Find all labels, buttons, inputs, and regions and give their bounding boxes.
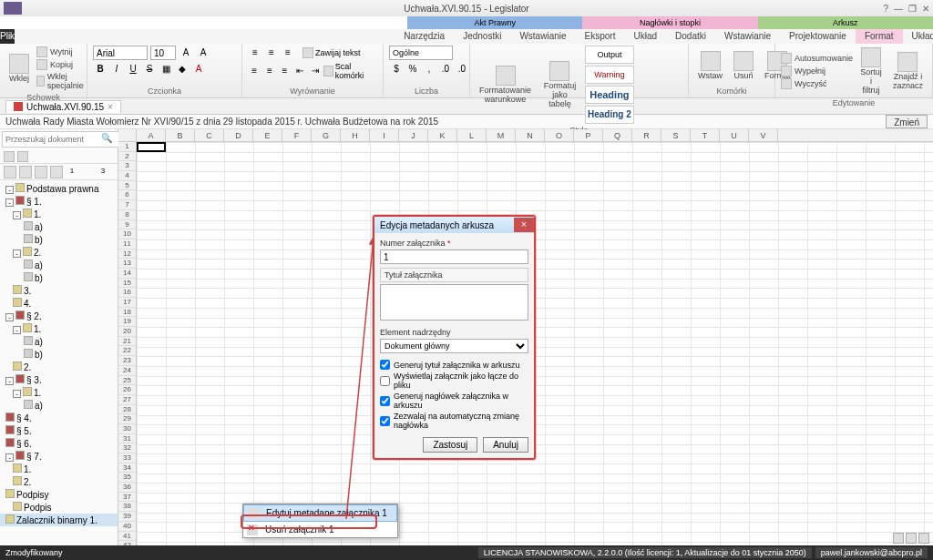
tree-node[interactable]: Podpis	[0, 501, 118, 514]
expand-icon[interactable]: -	[5, 313, 14, 321]
cut-button[interactable]: Wytnij	[36, 46, 87, 58]
fill-color-button[interactable]: ◆	[175, 62, 190, 76]
tree-node[interactable]: b)	[0, 271, 118, 284]
align-top-icon[interactable]: ≡	[248, 46, 262, 60]
col-header-O[interactable]: O	[545, 129, 574, 141]
tree-node[interactable]: b)	[0, 233, 118, 246]
style-heading2[interactable]: Heading 2	[585, 106, 634, 124]
tree-node[interactable]: -§ 2.	[0, 310, 118, 322]
tree-node[interactable]: -§ 7.	[0, 450, 118, 463]
decrease-font-icon[interactable]: A	[196, 46, 210, 60]
font-size-select[interactable]	[150, 46, 176, 60]
tree-tool-4[interactable]	[50, 166, 63, 178]
chk-generuj-naglowek[interactable]: Generuj nagłówek załącznika w arkuszu	[380, 392, 528, 410]
wrap-text-button[interactable]: Zawijaj tekst	[315, 48, 361, 57]
input-numer[interactable]	[380, 249, 528, 264]
row-header-1[interactable]: 1	[118, 142, 136, 152]
expand-icon[interactable]: -	[5, 199, 14, 207]
row-header-13[interactable]: 13	[118, 259, 136, 269]
row-header-6[interactable]: 6	[118, 190, 136, 200]
conditional-format-button[interactable]: Formatowanie warunkowe	[476, 64, 535, 106]
col-header-J[interactable]: J	[399, 129, 428, 141]
row-header-41[interactable]: 41	[118, 532, 136, 542]
row-header-2[interactable]: 2	[118, 152, 136, 162]
indent-dec-icon[interactable]: ⇤	[293, 64, 307, 78]
menu-edit-metadata[interactable]: Edytuj metadane załącznika 1	[243, 504, 397, 522]
tree-node[interactable]: -1.	[0, 386, 118, 399]
comma-icon[interactable]: ,	[422, 62, 436, 76]
row-header-8[interactable]: 8	[118, 210, 136, 220]
main-tab-eksport[interactable]: Eksport	[576, 29, 625, 44]
col-header-D[interactable]: D	[224, 129, 253, 141]
view-break-icon[interactable]	[918, 533, 929, 544]
row-header-38[interactable]: 38	[118, 502, 136, 512]
col-header-U[interactable]: U	[720, 129, 749, 141]
apply-button[interactable]: Zastosuj	[423, 437, 477, 453]
row-header-15[interactable]: 15	[118, 279, 136, 289]
border-button[interactable]: ▦	[159, 62, 173, 76]
tree-node[interactable]: a)	[0, 259, 118, 271]
row-header-31[interactable]: 31	[118, 434, 136, 444]
currency-icon[interactable]: $	[389, 62, 404, 76]
row-header-35[interactable]: 35	[118, 473, 136, 483]
row-header-9[interactable]: 9	[118, 220, 136, 230]
col-header-Q[interactable]: Q	[603, 129, 632, 141]
dialog-close-icon[interactable]: ×	[514, 218, 534, 232]
col-header-P[interactable]: P	[574, 129, 603, 141]
col-header-N[interactable]: N	[516, 129, 545, 141]
tree-node[interactable]: -1.	[0, 322, 118, 335]
main-tab-układ[interactable]: Układ	[624, 29, 666, 44]
document-tree[interactable]: -Podstawa prawna-§ 1.-1.a)b)-2.a)b)3.4.-…	[0, 180, 118, 550]
strike-button[interactable]: S	[142, 62, 157, 76]
paste-button[interactable]: Wklej	[5, 52, 33, 85]
row-header-22[interactable]: 22	[118, 346, 136, 356]
style-output[interactable]: Output	[585, 46, 634, 64]
row-header-21[interactable]: 21	[118, 337, 136, 347]
expand-icon[interactable]: -	[5, 186, 14, 194]
tree-node[interactable]: Zalacznik binarny 1.	[0, 514, 118, 526]
tree-node[interactable]: § 4.	[0, 412, 118, 424]
context-tab-naglowki[interactable]: Nagłówki i stopki	[582, 16, 757, 29]
main-tab-format[interactable]: Format	[856, 29, 903, 44]
expand-icon[interactable]: -	[5, 453, 14, 462]
col-header-L[interactable]: L	[457, 129, 487, 141]
context-tab-arkusz[interactable]: Arkusz	[758, 16, 933, 29]
row-header-4[interactable]: 4	[118, 171, 136, 181]
tree-node[interactable]: a)	[0, 399, 118, 412]
main-tab-wstawianie[interactable]: Wstawianie	[715, 29, 780, 44]
search-icon[interactable]: 🔍	[101, 133, 112, 143]
row-header-20[interactable]: 20	[118, 327, 136, 337]
row-header-25[interactable]: 25	[118, 376, 136, 386]
delete-button[interactable]: Usuń	[730, 49, 757, 82]
main-tab-układ[interactable]: Układ	[903, 29, 933, 44]
tree-node[interactable]: -1.	[0, 208, 118, 220]
tab-close-icon[interactable]: ×	[108, 102, 113, 112]
font-color-button[interactable]: A	[191, 62, 206, 76]
dec-decimal-icon[interactable]: .0	[455, 62, 469, 76]
font-select[interactable]	[93, 46, 148, 60]
format-as-table-button[interactable]: Formatuj jako tabelę	[538, 59, 581, 110]
chk-generuj-tytul[interactable]: Generuj tytuł załącznika w arkuszu	[380, 360, 528, 370]
chk-zezwalaj-zmiana[interactable]: Zezwalaj na automatyczną zmianę nagłówka	[380, 412, 528, 430]
row-header-28[interactable]: 28	[118, 405, 136, 415]
tree-node[interactable]: Podpisy	[0, 488, 118, 501]
col-header-V[interactable]: V	[749, 129, 778, 141]
col-header-A[interactable]: A	[137, 129, 166, 141]
find-select-button[interactable]: Znajdź i zaznacz	[889, 50, 927, 92]
expand-icon[interactable]: -	[13, 249, 21, 258]
row-header-11[interactable]: 11	[118, 239, 136, 249]
tree-tool-1[interactable]	[4, 166, 16, 178]
col-header-H[interactable]: H	[341, 129, 370, 141]
expand-icon[interactable]: -	[13, 390, 21, 398]
row-header-14[interactable]: 14	[118, 269, 136, 279]
indent-inc-icon[interactable]: ⇥	[308, 64, 322, 78]
tree-node[interactable]: a)	[0, 335, 118, 348]
clear-button[interactable]: Wyczyść	[781, 77, 853, 90]
tree-node[interactable]: -Podstawa prawna	[0, 182, 118, 195]
row-header-10[interactable]: 10	[118, 229, 136, 239]
row-header-24[interactable]: 24	[118, 366, 136, 376]
row-header-32[interactable]: 32	[118, 443, 136, 453]
row-header-17[interactable]: 17	[118, 298, 136, 308]
row-header-39[interactable]: 39	[118, 512, 136, 522]
merge-cells-button[interactable]: Scal komórki	[335, 62, 377, 80]
